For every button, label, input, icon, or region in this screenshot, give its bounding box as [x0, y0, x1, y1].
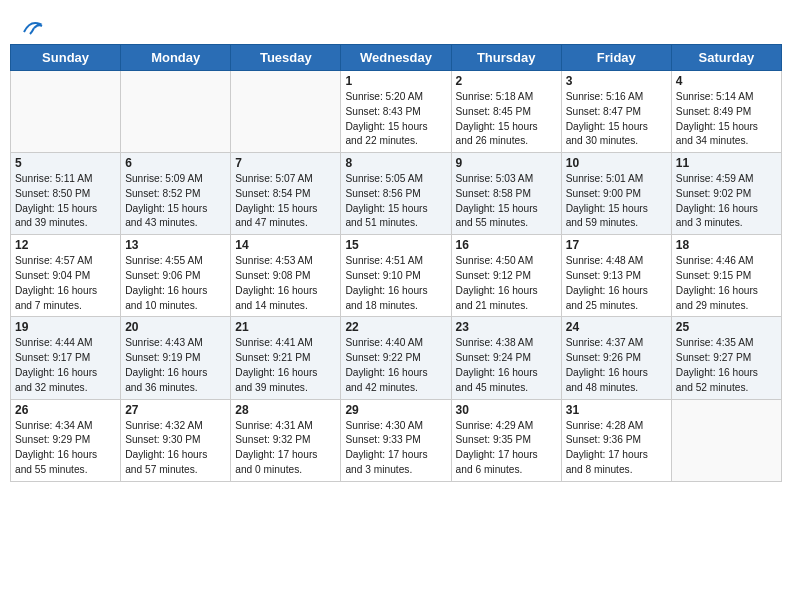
calendar-cell: 2 Sunrise: 5:18 AM Sunset: 8:45 PM Dayli… [451, 71, 561, 153]
calendar-cell: 3 Sunrise: 5:16 AM Sunset: 8:47 PM Dayli… [561, 71, 671, 153]
calendar-cell: 11 Sunrise: 4:59 AM Sunset: 9:02 PM Dayl… [671, 153, 781, 235]
cell-sunset: Sunset: 9:22 PM [345, 351, 446, 366]
cell-sunset: Sunset: 9:02 PM [676, 187, 777, 202]
calendar-cell: 14 Sunrise: 4:53 AM Sunset: 9:08 PM Dayl… [231, 235, 341, 317]
calendar-cell [231, 71, 341, 153]
day-number: 5 [15, 156, 116, 170]
cell-daylight: Daylight: 16 hours and 57 minutes. [125, 448, 226, 478]
day-number: 1 [345, 74, 446, 88]
cell-sunset: Sunset: 8:50 PM [15, 187, 116, 202]
day-number: 31 [566, 403, 667, 417]
day-number: 22 [345, 320, 446, 334]
cell-daylight: Daylight: 15 hours and 39 minutes. [15, 202, 116, 232]
cell-daylight: Daylight: 15 hours and 34 minutes. [676, 120, 777, 150]
cell-sunrise: Sunrise: 5:05 AM [345, 172, 446, 187]
cell-sunset: Sunset: 9:36 PM [566, 433, 667, 448]
cell-sunset: Sunset: 8:54 PM [235, 187, 336, 202]
calendar-cell: 18 Sunrise: 4:46 AM Sunset: 9:15 PM Dayl… [671, 235, 781, 317]
cell-daylight: Daylight: 16 hours and 36 minutes. [125, 366, 226, 396]
cell-sunrise: Sunrise: 4:34 AM [15, 419, 116, 434]
cell-sunrise: Sunrise: 4:38 AM [456, 336, 557, 351]
calendar-cell: 21 Sunrise: 4:41 AM Sunset: 9:21 PM Dayl… [231, 317, 341, 399]
cell-daylight: Daylight: 15 hours and 55 minutes. [456, 202, 557, 232]
weekday-header-friday: Friday [561, 45, 671, 71]
cell-sunrise: Sunrise: 4:53 AM [235, 254, 336, 269]
calendar-cell [121, 71, 231, 153]
day-number: 2 [456, 74, 557, 88]
calendar-table: SundayMondayTuesdayWednesdayThursdayFrid… [10, 44, 782, 482]
cell-sunrise: Sunrise: 4:48 AM [566, 254, 667, 269]
cell-sunset: Sunset: 9:19 PM [125, 351, 226, 366]
cell-daylight: Daylight: 17 hours and 8 minutes. [566, 448, 667, 478]
cell-daylight: Daylight: 15 hours and 22 minutes. [345, 120, 446, 150]
calendar-cell: 4 Sunrise: 5:14 AM Sunset: 8:49 PM Dayli… [671, 71, 781, 153]
weekday-header-thursday: Thursday [451, 45, 561, 71]
weekday-header-tuesday: Tuesday [231, 45, 341, 71]
calendar-cell: 1 Sunrise: 5:20 AM Sunset: 8:43 PM Dayli… [341, 71, 451, 153]
cell-sunset: Sunset: 9:04 PM [15, 269, 116, 284]
calendar-cell: 24 Sunrise: 4:37 AM Sunset: 9:26 PM Dayl… [561, 317, 671, 399]
cell-daylight: Daylight: 16 hours and 32 minutes. [15, 366, 116, 396]
calendar-cell: 20 Sunrise: 4:43 AM Sunset: 9:19 PM Dayl… [121, 317, 231, 399]
cell-daylight: Daylight: 17 hours and 0 minutes. [235, 448, 336, 478]
day-number: 3 [566, 74, 667, 88]
cell-sunset: Sunset: 9:13 PM [566, 269, 667, 284]
cell-daylight: Daylight: 15 hours and 51 minutes. [345, 202, 446, 232]
day-number: 8 [345, 156, 446, 170]
cell-daylight: Daylight: 15 hours and 30 minutes. [566, 120, 667, 150]
cell-sunrise: Sunrise: 4:44 AM [15, 336, 116, 351]
day-number: 23 [456, 320, 557, 334]
cell-daylight: Daylight: 15 hours and 26 minutes. [456, 120, 557, 150]
cell-sunset: Sunset: 9:35 PM [456, 433, 557, 448]
cell-sunrise: Sunrise: 4:31 AM [235, 419, 336, 434]
day-number: 30 [456, 403, 557, 417]
calendar-cell: 19 Sunrise: 4:44 AM Sunset: 9:17 PM Dayl… [11, 317, 121, 399]
cell-sunrise: Sunrise: 5:09 AM [125, 172, 226, 187]
day-number: 20 [125, 320, 226, 334]
cell-sunrise: Sunrise: 4:50 AM [456, 254, 557, 269]
calendar-cell [11, 71, 121, 153]
cell-daylight: Daylight: 16 hours and 21 minutes. [456, 284, 557, 314]
calendar-cell: 8 Sunrise: 5:05 AM Sunset: 8:56 PM Dayli… [341, 153, 451, 235]
day-number: 25 [676, 320, 777, 334]
day-number: 4 [676, 74, 777, 88]
calendar-header-row: SundayMondayTuesdayWednesdayThursdayFrid… [11, 45, 782, 71]
cell-sunset: Sunset: 9:06 PM [125, 269, 226, 284]
cell-sunset: Sunset: 9:30 PM [125, 433, 226, 448]
day-number: 14 [235, 238, 336, 252]
cell-sunset: Sunset: 8:56 PM [345, 187, 446, 202]
cell-sunrise: Sunrise: 5:16 AM [566, 90, 667, 105]
cell-daylight: Daylight: 16 hours and 48 minutes. [566, 366, 667, 396]
cell-daylight: Daylight: 16 hours and 14 minutes. [235, 284, 336, 314]
cell-daylight: Daylight: 17 hours and 6 minutes. [456, 448, 557, 478]
cell-daylight: Daylight: 16 hours and 25 minutes. [566, 284, 667, 314]
cell-daylight: Daylight: 16 hours and 52 minutes. [676, 366, 777, 396]
day-number: 19 [15, 320, 116, 334]
cell-sunrise: Sunrise: 4:32 AM [125, 419, 226, 434]
calendar-cell: 23 Sunrise: 4:38 AM Sunset: 9:24 PM Dayl… [451, 317, 561, 399]
cell-sunset: Sunset: 9:12 PM [456, 269, 557, 284]
cell-sunrise: Sunrise: 5:14 AM [676, 90, 777, 105]
logo [20, 18, 44, 36]
calendar-cell: 22 Sunrise: 4:40 AM Sunset: 9:22 PM Dayl… [341, 317, 451, 399]
cell-sunset: Sunset: 9:26 PM [566, 351, 667, 366]
calendar-cell: 7 Sunrise: 5:07 AM Sunset: 8:54 PM Dayli… [231, 153, 341, 235]
calendar-week-row: 26 Sunrise: 4:34 AM Sunset: 9:29 PM Dayl… [11, 399, 782, 481]
cell-sunset: Sunset: 9:17 PM [15, 351, 116, 366]
day-number: 29 [345, 403, 446, 417]
cell-sunrise: Sunrise: 4:41 AM [235, 336, 336, 351]
cell-daylight: Daylight: 16 hours and 45 minutes. [456, 366, 557, 396]
cell-daylight: Daylight: 15 hours and 43 minutes. [125, 202, 226, 232]
day-number: 16 [456, 238, 557, 252]
cell-sunset: Sunset: 9:21 PM [235, 351, 336, 366]
cell-daylight: Daylight: 15 hours and 47 minutes. [235, 202, 336, 232]
weekday-header-sunday: Sunday [11, 45, 121, 71]
calendar-cell: 5 Sunrise: 5:11 AM Sunset: 8:50 PM Dayli… [11, 153, 121, 235]
page-header [10, 10, 782, 40]
calendar-cell: 16 Sunrise: 4:50 AM Sunset: 9:12 PM Dayl… [451, 235, 561, 317]
cell-daylight: Daylight: 16 hours and 3 minutes. [676, 202, 777, 232]
cell-sunrise: Sunrise: 4:55 AM [125, 254, 226, 269]
calendar-cell: 9 Sunrise: 5:03 AM Sunset: 8:58 PM Dayli… [451, 153, 561, 235]
day-number: 10 [566, 156, 667, 170]
cell-daylight: Daylight: 16 hours and 10 minutes. [125, 284, 226, 314]
